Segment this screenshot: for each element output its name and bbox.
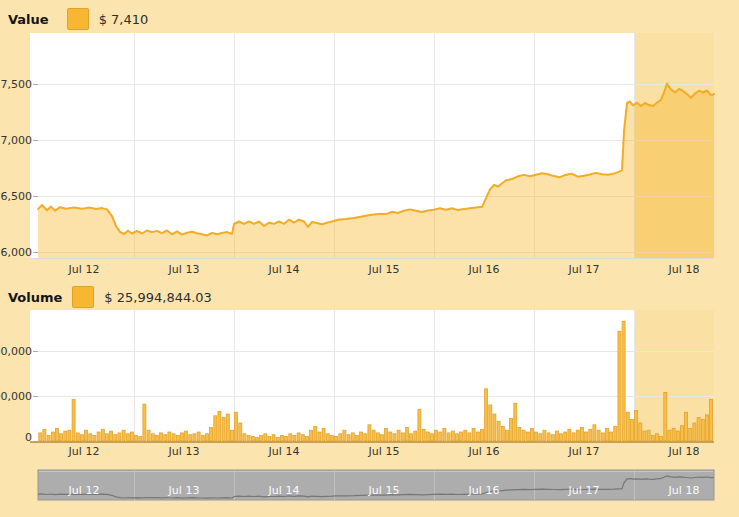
volume-bar[interactable] bbox=[372, 430, 375, 441]
volume-bar[interactable] bbox=[435, 430, 438, 441]
volume-bar[interactable] bbox=[155, 436, 158, 441]
volume-bar[interactable] bbox=[568, 429, 571, 441]
volume-bar[interactable] bbox=[280, 436, 283, 441]
volume-bar[interactable] bbox=[168, 432, 171, 441]
volume-bar[interactable] bbox=[455, 434, 458, 441]
volume-bar[interactable] bbox=[376, 433, 379, 441]
volume-bar[interactable] bbox=[185, 431, 188, 441]
volume-bar[interactable] bbox=[118, 433, 121, 441]
volume-bar[interactable] bbox=[589, 429, 592, 441]
volume-bar[interactable] bbox=[522, 430, 525, 441]
volume-bar[interactable] bbox=[314, 427, 317, 441]
volume-bar[interactable] bbox=[193, 434, 196, 441]
volume-bar[interactable] bbox=[214, 416, 217, 441]
volume-bar[interactable] bbox=[710, 400, 713, 441]
volume-bar[interactable] bbox=[410, 434, 413, 441]
volume-bar[interactable] bbox=[593, 425, 596, 441]
volume-bar[interactable] bbox=[293, 436, 296, 441]
volume-bar[interactable] bbox=[693, 423, 696, 441]
volume-bar[interactable] bbox=[601, 433, 604, 441]
volume-bar[interactable] bbox=[147, 430, 150, 441]
volume-bar[interactable] bbox=[610, 432, 613, 441]
volume-bar[interactable] bbox=[218, 411, 221, 441]
volume-bar[interactable] bbox=[226, 414, 229, 441]
volume-bar[interactable] bbox=[639, 423, 642, 441]
volume-bar[interactable] bbox=[476, 432, 479, 441]
volume-bar[interactable] bbox=[176, 436, 179, 441]
volume-bar[interactable] bbox=[164, 435, 167, 441]
volume-bar[interactable] bbox=[418, 410, 421, 442]
volume-bar[interactable] bbox=[285, 437, 288, 442]
volume-bar[interactable] bbox=[426, 432, 429, 441]
volume-bar[interactable] bbox=[243, 434, 246, 441]
volume-bar[interactable] bbox=[614, 427, 617, 441]
price-plot-area[interactable]: 7,5007,0006,5006,000Jul 12Jul 13Jul 14Ju… bbox=[1, 33, 715, 276]
volume-bar[interactable] bbox=[276, 437, 279, 441]
volume-bar[interactable] bbox=[397, 430, 400, 441]
volume-bar[interactable] bbox=[230, 430, 233, 441]
volume-bar[interactable] bbox=[526, 432, 529, 441]
volume-bar[interactable] bbox=[297, 433, 300, 441]
volume-bar[interactable] bbox=[180, 433, 183, 441]
volume-bar[interactable] bbox=[672, 428, 675, 441]
range-navigator[interactable]: Jul 12Jul 13Jul 14Jul 15Jul 16Jul 17Jul … bbox=[38, 470, 714, 500]
volume-bar[interactable] bbox=[705, 415, 708, 441]
navigator-day-label[interactable]: Jul 18 bbox=[668, 484, 700, 497]
volume-bar[interactable] bbox=[547, 433, 550, 441]
volume-bar[interactable] bbox=[47, 436, 50, 441]
navigator-day-label[interactable]: Jul 17 bbox=[568, 484, 600, 497]
volume-bar[interactable] bbox=[289, 434, 292, 441]
volume-bar[interactable] bbox=[43, 429, 46, 441]
volume-bar[interactable] bbox=[701, 419, 704, 441]
volume-bar[interactable] bbox=[555, 431, 558, 441]
volume-bar[interactable] bbox=[260, 436, 263, 441]
volume-bar[interactable] bbox=[251, 437, 254, 442]
volume-bar[interactable] bbox=[664, 392, 667, 441]
volume-bar[interactable] bbox=[560, 434, 563, 441]
volume-bar[interactable] bbox=[322, 428, 325, 441]
volume-bar[interactable] bbox=[368, 425, 371, 441]
navigator-day-label[interactable]: Jul 13 bbox=[168, 484, 200, 497]
volume-bar[interactable] bbox=[597, 430, 600, 441]
volume-bar[interactable] bbox=[539, 434, 542, 441]
volume-bar[interactable] bbox=[480, 429, 483, 441]
navigator-day-label[interactable]: Jul 15 bbox=[368, 484, 400, 497]
navigator-day-label[interactable]: Jul 16 bbox=[468, 484, 500, 497]
volume-bar[interactable] bbox=[401, 433, 404, 441]
volume-bar[interactable] bbox=[460, 432, 463, 441]
volume-bar[interactable] bbox=[618, 331, 621, 441]
volume-bar[interactable] bbox=[576, 430, 579, 441]
volume-bar[interactable] bbox=[647, 430, 650, 441]
volume-bar[interactable] bbox=[239, 423, 242, 441]
volume-bar[interactable] bbox=[626, 412, 629, 441]
volume-bar[interactable] bbox=[443, 428, 446, 441]
volume-plot-area[interactable]: 100,000,00050,000,0000Jul 12Jul 13Jul 14… bbox=[0, 310, 714, 458]
volume-bar[interactable] bbox=[497, 421, 500, 441]
volume-bar[interactable] bbox=[572, 433, 575, 441]
volume-bar[interactable] bbox=[330, 436, 333, 441]
volume-bar[interactable] bbox=[205, 434, 208, 441]
volume-bar[interactable] bbox=[655, 434, 658, 441]
volume-bar[interactable] bbox=[676, 431, 679, 441]
volume-bar[interactable] bbox=[380, 435, 383, 441]
volume-bar[interactable] bbox=[72, 400, 75, 441]
volume-bar[interactable] bbox=[68, 430, 71, 441]
volume-bar[interactable] bbox=[393, 434, 396, 441]
volume-bar[interactable] bbox=[514, 403, 517, 441]
volume-bar[interactable] bbox=[385, 428, 388, 441]
volume-bar[interactable] bbox=[105, 434, 108, 441]
volume-bar[interactable] bbox=[305, 437, 308, 442]
volume-bar[interactable] bbox=[564, 432, 567, 441]
volume-bar[interactable] bbox=[680, 426, 683, 441]
volume-bar[interactable] bbox=[335, 437, 338, 442]
volume-bar[interactable] bbox=[697, 418, 700, 441]
volume-bar[interactable] bbox=[585, 432, 588, 441]
volume-bar[interactable] bbox=[543, 430, 546, 441]
volume-bar[interactable] bbox=[651, 436, 654, 441]
volume-bar[interactable] bbox=[255, 437, 258, 441]
volume-bar[interactable] bbox=[201, 436, 204, 441]
volume-bar[interactable] bbox=[189, 435, 192, 441]
volume-bar[interactable] bbox=[685, 412, 688, 441]
volume-bar[interactable] bbox=[60, 434, 63, 441]
volume-bar[interactable] bbox=[247, 436, 250, 441]
